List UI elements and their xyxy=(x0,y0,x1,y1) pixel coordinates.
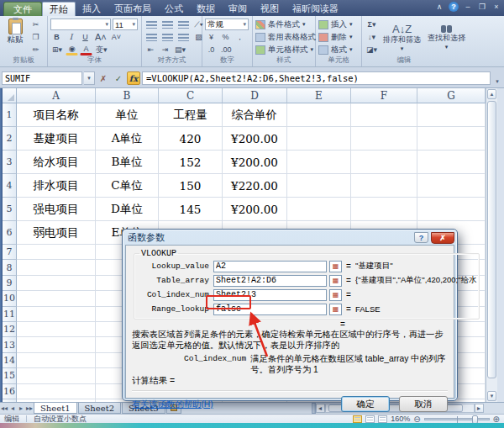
column-header-E[interactable]: E xyxy=(287,88,351,103)
name-box-dropdown-icon[interactable]: ▾ xyxy=(84,71,95,85)
cell-C3[interactable]: 152 xyxy=(159,151,223,174)
cell-A13[interactable] xyxy=(17,337,96,352)
cell-F1[interactable] xyxy=(351,103,417,127)
range-lookup-range-select-icon[interactable]: ▦ xyxy=(329,304,342,315)
col-index-num-range-select-icon[interactable]: ▦ xyxy=(329,289,342,301)
row-header-1[interactable]: 1 xyxy=(3,103,17,127)
enter-entry-icon[interactable]: ✓ xyxy=(112,71,125,85)
cell-D3[interactable]: ¥200.00 xyxy=(223,151,287,174)
cell-B5[interactable]: D单位 xyxy=(96,198,159,221)
first-sheet-icon[interactable]: ◂◂ xyxy=(0,403,8,414)
conditional-formatting-button[interactable]: 条件格式▾ xyxy=(255,18,322,30)
scroll-up-icon[interactable]: ▲ xyxy=(487,89,496,99)
row-header-2[interactable]: 2 xyxy=(3,127,17,151)
paste-button[interactable]: 粘贴 xyxy=(3,18,28,56)
fill-color-icon[interactable]: ◉ xyxy=(66,44,78,55)
vertical-scrollbar[interactable]: ▲ ▼ xyxy=(486,88,497,402)
help-icon[interactable]: ? xyxy=(449,2,459,12)
cell-C5[interactable]: 145 xyxy=(159,198,223,221)
cell-G5[interactable] xyxy=(417,198,486,221)
column-header-B[interactable]: B xyxy=(96,88,159,103)
name-box[interactable] xyxy=(2,71,82,85)
table-array-range-select-icon[interactable]: ▦ xyxy=(329,275,342,287)
cell-A11[interactable] xyxy=(17,307,96,322)
tab-view[interactable]: 视图 xyxy=(254,2,286,16)
cell-B3[interactable]: B单位 xyxy=(96,151,159,174)
zoom-slider[interactable] xyxy=(424,418,490,420)
cell-E4[interactable] xyxy=(287,174,351,198)
cell-styles-button[interactable]: 单元格样式▾ xyxy=(255,44,322,55)
row-header-5[interactable]: 5 xyxy=(3,198,17,221)
cell-A14[interactable] xyxy=(17,353,96,368)
row-header-8[interactable]: 8 xyxy=(3,260,17,275)
underline-button[interactable]: U xyxy=(79,31,92,43)
function-help-link[interactable]: 有关该函数的帮助(H) xyxy=(132,399,213,410)
scroll-down-icon[interactable]: ▼ xyxy=(487,391,496,401)
autosum-button[interactable]: Σ▾ xyxy=(365,18,379,30)
fill-icon[interactable]: ↓▾ xyxy=(365,31,379,43)
ok-button[interactable]: 确定 xyxy=(341,396,390,412)
cell-E5[interactable] xyxy=(287,198,351,221)
decrease-decimal-icon[interactable]: .00 xyxy=(219,44,234,55)
zoom-level[interactable]: 160% xyxy=(391,415,410,423)
cell-G2[interactable] xyxy=(417,127,486,151)
dialog-close-icon[interactable]: ✗ xyxy=(431,232,454,244)
increase-indent-icon[interactable]: ⇥ xyxy=(159,44,171,55)
font-size-combo[interactable]: 11▾ xyxy=(113,18,138,30)
tab-insert[interactable]: 插入 xyxy=(76,2,108,16)
format-cells-button[interactable]: 格式▾ xyxy=(318,44,353,55)
font-color-icon[interactable]: A xyxy=(80,44,92,55)
comma-style-icon[interactable]: ， xyxy=(234,31,246,43)
find-select-button[interactable]: 查找和选择▾ xyxy=(425,18,468,56)
sheet-tab-sheet2[interactable]: Sheet2 xyxy=(78,403,122,414)
cell-A12[interactable] xyxy=(17,322,96,337)
tab-foxit-reader[interactable]: 福昕阅读器 xyxy=(286,2,345,16)
column-header-A[interactable]: A xyxy=(17,88,96,103)
align-middle-icon[interactable] xyxy=(160,18,175,30)
row-header-3[interactable]: 3 xyxy=(3,151,17,174)
tab-file[interactable]: 文件 xyxy=(3,2,42,16)
window-restore-icon[interactable]: ❐ xyxy=(477,2,487,12)
page-break-view-icon[interactable] xyxy=(378,415,387,423)
accounting-format-icon[interactable]: ¥ xyxy=(205,31,218,43)
cell-E1[interactable] xyxy=(287,103,351,127)
cell-C4[interactable]: 150 xyxy=(159,174,223,198)
prev-sheet-icon[interactable]: ◂ xyxy=(8,403,17,414)
row-header-6[interactable]: 6 xyxy=(3,221,17,245)
expand-formula-bar-icon[interactable]: ▾ xyxy=(492,71,502,85)
row-header-16[interactable]: 16 xyxy=(3,384,17,399)
border-icon[interactable]: ⊞▾ xyxy=(50,44,64,55)
col-index-num-input[interactable] xyxy=(213,289,327,301)
bold-button[interactable]: B xyxy=(50,31,63,43)
formula-input[interactable] xyxy=(142,71,491,85)
cell-A16[interactable] xyxy=(17,384,96,399)
align-left-icon[interactable] xyxy=(144,31,159,43)
last-sheet-icon[interactable]: ▸▸ xyxy=(25,403,34,414)
clear-icon[interactable]: ◪▾ xyxy=(365,44,379,55)
cell-G4[interactable] xyxy=(417,174,486,198)
cell-F3[interactable] xyxy=(351,151,417,174)
window-minimize-icon[interactable]: – xyxy=(463,2,473,12)
row-header-9[interactable]: 9 xyxy=(3,276,17,291)
cell-D2[interactable]: ¥200.00 xyxy=(223,127,287,151)
next-sheet-icon[interactable]: ▸ xyxy=(17,403,25,414)
insert-cells-button[interactable]: 插入▾ xyxy=(318,18,353,30)
cell-B2[interactable]: A单位 xyxy=(96,127,159,151)
cell-E2[interactable] xyxy=(287,127,351,151)
row-header-7[interactable]: 7 xyxy=(3,245,17,260)
row-header-12[interactable]: 12 xyxy=(3,322,17,337)
tab-review[interactable]: 审阅 xyxy=(222,2,254,16)
row-header-11[interactable]: 11 xyxy=(3,307,17,322)
tab-page-layout[interactable]: 页面布局 xyxy=(108,2,158,16)
page-layout-view-icon[interactable] xyxy=(365,415,375,423)
align-right-icon[interactable] xyxy=(176,31,191,43)
cell-F2[interactable] xyxy=(351,127,417,151)
cell-A3[interactable]: 给水项目 xyxy=(17,151,96,174)
cancel-button[interactable]: 取消 xyxy=(399,396,448,412)
align-center-icon[interactable] xyxy=(160,31,175,43)
hscroll-right-icon[interactable]: ▸ xyxy=(475,404,484,413)
sheet-tab-sheet1[interactable]: Sheet1 xyxy=(34,403,77,414)
select-all-corner[interactable] xyxy=(3,88,17,103)
dialog-help-icon[interactable]: ? xyxy=(414,232,428,243)
column-header-G[interactable]: G xyxy=(417,88,486,103)
